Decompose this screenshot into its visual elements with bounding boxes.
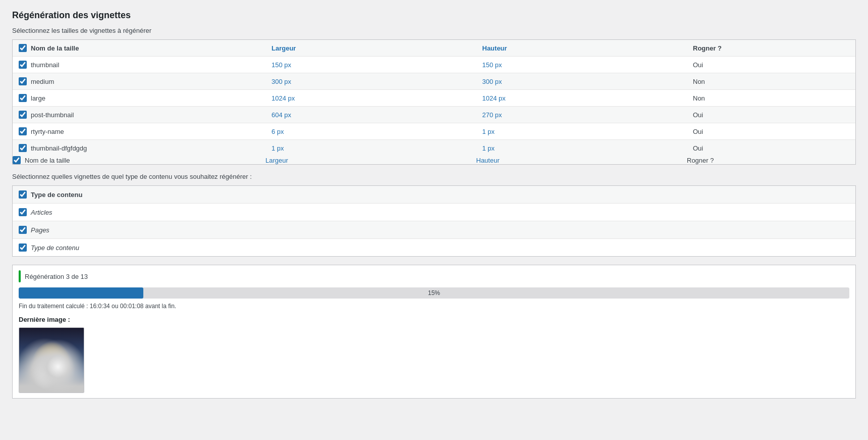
progress-section: Régénération 3 de 13 15% Fin du traiteme… (12, 265, 856, 399)
table-row: thumbnail 150 px 150 px Oui (13, 57, 855, 73)
content-type-checkbox-0[interactable] (19, 208, 27, 216)
row-name-0: thumbnail (31, 61, 59, 69)
footer-width: Largeur (265, 156, 476, 164)
table-footer-row: Nom de la taille Largeur Hauteur Rogner … (13, 156, 855, 164)
cell-height-4: 1 px (476, 123, 687, 140)
thumbnail-image (19, 328, 84, 393)
header-name: Nom de la taille (13, 40, 265, 57)
progress-text: Régénération 3 de 13 (25, 273, 88, 280)
row-checkbox-5[interactable] (19, 144, 27, 152)
row-name-1: medium (31, 78, 54, 85)
content-type-label-1: Pages (31, 226, 49, 234)
content-type-row: Pages (13, 221, 855, 239)
header-width: Largeur (265, 40, 476, 57)
footer-crop: Rogner ? (687, 156, 855, 164)
content-type-header-label: Type de contenu (31, 191, 82, 199)
content-type-checkbox-2[interactable] (19, 243, 27, 252)
row-checkbox-4[interactable] (19, 127, 27, 135)
cell-name-3: post-thumbnail (13, 107, 265, 123)
cell-crop-0: Oui (687, 57, 855, 73)
cell-width-1: 300 px (265, 73, 476, 90)
processing-time: Fin du traitement calculé : 16:0:34 ou 0… (19, 303, 849, 310)
content-type-table: Type de contenu Articles Pages Type de c… (12, 185, 856, 257)
sizes-section-label: Sélectionnez les tailles de vignettes à … (12, 27, 856, 34)
select-all-checkbox[interactable] (19, 44, 27, 52)
progress-bar-fill (19, 287, 143, 299)
cell-crop-2: Non (687, 90, 855, 107)
row-name-4: rtyrty-name (31, 128, 64, 135)
table-row: medium 300 px 300 px Non (13, 73, 855, 90)
row-name-2: large (31, 94, 45, 102)
progress-bar-label: 15% (428, 289, 440, 297)
content-type-header-checkbox[interactable] (19, 190, 27, 199)
content-type-row: Type de contenu (13, 239, 855, 256)
sizes-table: Nom de la taille Largeur Hauteur Rogner … (13, 40, 855, 164)
content-type-label-0: Articles (31, 209, 52, 216)
cell-height-0: 150 px (476, 57, 687, 73)
table-header-row: Nom de la taille Largeur Hauteur Rogner … (13, 40, 855, 57)
cell-height-1: 300 px (476, 73, 687, 90)
cell-name-2: large (13, 90, 265, 107)
cell-width-4: 6 px (265, 123, 476, 140)
footer-select-all-checkbox[interactable] (13, 156, 21, 164)
row-checkbox-2[interactable] (19, 94, 27, 102)
row-checkbox-0[interactable] (19, 61, 27, 69)
cell-width-5: 1 px (265, 140, 476, 157)
cell-crop-4: Oui (687, 123, 855, 140)
cell-crop-5: Oui (687, 140, 855, 157)
row-checkbox-1[interactable] (19, 77, 27, 85)
table-row: post-thumbnail 604 px 270 px Oui (13, 107, 855, 123)
cell-name-5: thumbnail-dfgfdgdg (13, 140, 265, 157)
row-name-5: thumbnail-dfgfdgdg (31, 144, 87, 152)
cell-crop-3: Oui (687, 107, 855, 123)
cell-width-3: 604 px (265, 107, 476, 123)
content-type-label-2: Type de contenu (31, 244, 79, 252)
content-section-label: Sélectionnez quelles vignettes de quel t… (12, 173, 856, 180)
content-type-checkbox-1[interactable] (19, 226, 27, 234)
table-row: large 1024 px 1024 px Non (13, 90, 855, 107)
row-checkbox-3[interactable] (19, 111, 27, 119)
table-row: rtyrty-name 6 px 1 px Oui (13, 123, 855, 140)
cell-width-2: 1024 px (265, 90, 476, 107)
header-height: Hauteur (476, 40, 687, 57)
progress-indicator (19, 270, 21, 282)
last-image-thumbnail (19, 327, 84, 393)
progress-status: Régénération 3 de 13 (19, 270, 849, 282)
cell-width-0: 150 px (265, 57, 476, 73)
cell-name-1: medium (13, 73, 265, 90)
cell-crop-1: Non (687, 73, 855, 90)
sizes-table-container: Nom de la taille Largeur Hauteur Rogner … (12, 39, 856, 165)
cell-height-5: 1 px (476, 140, 687, 157)
footer-name: Nom de la taille (13, 156, 265, 164)
cell-height-3: 270 px (476, 107, 687, 123)
content-type-header-row: Type de contenu (13, 186, 855, 204)
cell-name-4: rtyrty-name (13, 123, 265, 140)
content-type-row: Articles (13, 204, 855, 221)
content-type-section: Type de contenu Articles Pages Type de c… (12, 185, 856, 257)
row-name-3: post-thumbnail (31, 111, 74, 119)
cell-name-0: thumbnail (13, 57, 265, 73)
progress-bar-container: 15% (19, 287, 849, 299)
table-row: thumbnail-dfgfdgdg 1 px 1 px Oui (13, 140, 855, 157)
cell-height-2: 1024 px (476, 90, 687, 107)
footer-height: Hauteur (476, 156, 687, 164)
last-image-label: Dernière image : (19, 316, 849, 323)
header-crop: Rogner ? (687, 40, 855, 57)
page-title: Régénération des vignettes (12, 10, 856, 21)
